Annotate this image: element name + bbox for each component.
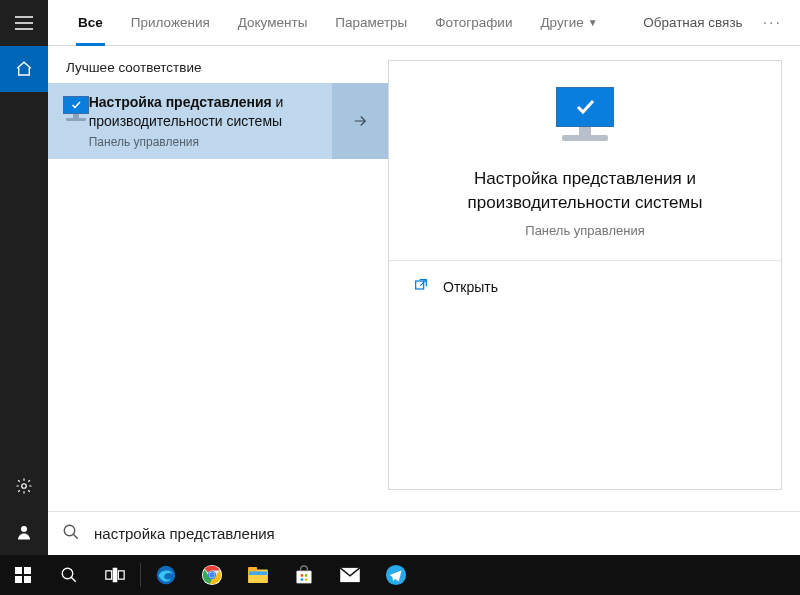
svg-point-8 [62, 568, 73, 579]
account-icon[interactable] [0, 509, 48, 555]
svg-rect-9 [106, 571, 112, 579]
chevron-down-icon: ▼ [588, 17, 598, 28]
taskbar-app-chrome[interactable] [189, 555, 235, 595]
taskbar-app-store[interactable] [281, 555, 327, 595]
svg-rect-18 [248, 567, 257, 572]
monitor-checkmark-icon [549, 87, 621, 147]
tab-more-label: Другие [540, 15, 583, 30]
svg-rect-23 [301, 578, 304, 581]
results-list: Лучшее соответствие Настройка представле… [48, 46, 388, 511]
search-icon [62, 523, 80, 545]
search-filter-tabs: Все Приложения Документы Параметры Фотог… [48, 0, 800, 46]
open-label: Открыть [443, 279, 498, 295]
settings-icon[interactable] [0, 463, 48, 509]
svg-rect-20 [297, 571, 312, 584]
tab-apps[interactable]: Приложения [119, 0, 222, 46]
home-button[interactable] [0, 46, 48, 92]
search-box[interactable]: настройка представления [48, 511, 800, 555]
svg-rect-6 [15, 576, 22, 583]
monitor-checkmark-icon [60, 96, 79, 124]
svg-rect-21 [301, 574, 304, 577]
task-view-button[interactable] [92, 555, 138, 595]
svg-point-1 [21, 526, 27, 532]
preview-card: Настройка представления и производительн… [388, 60, 782, 490]
more-options-button[interactable]: ··· [757, 14, 788, 32]
result-item[interactable]: Настройка представления и производительн… [48, 83, 332, 159]
svg-rect-7 [24, 576, 31, 583]
hamburger-button[interactable] [0, 0, 48, 46]
taskbar [0, 555, 800, 595]
preview-subtitle: Панель управления [525, 223, 644, 238]
section-best-match: Лучшее соответствие [48, 46, 388, 83]
open-action[interactable]: Открыть [389, 261, 781, 313]
svg-rect-19 [249, 571, 267, 575]
start-button[interactable] [0, 555, 46, 595]
tab-documents[interactable]: Документы [226, 0, 320, 46]
svg-rect-5 [24, 567, 31, 574]
svg-rect-22 [305, 574, 308, 577]
taskbar-search-button[interactable] [46, 555, 92, 595]
svg-point-0 [22, 484, 27, 489]
result-subtitle: Панель управления [89, 135, 318, 149]
search-query: настройка представления [94, 525, 786, 542]
svg-point-16 [209, 572, 215, 578]
svg-rect-24 [305, 578, 308, 581]
taskbar-app-telegram[interactable] [373, 555, 419, 595]
result-expand-button[interactable] [332, 83, 388, 159]
tab-photos[interactable]: Фотографии [423, 0, 524, 46]
tab-all[interactable]: Все [66, 0, 115, 46]
taskbar-app-explorer[interactable] [235, 555, 281, 595]
taskbar-app-mail[interactable] [327, 555, 373, 595]
open-icon [413, 277, 429, 297]
start-left-rail [0, 0, 48, 555]
svg-rect-10 [118, 571, 124, 579]
tab-settings[interactable]: Параметры [323, 0, 419, 46]
preview-title: Настройка представления и производительн… [389, 167, 781, 215]
taskbar-app-edge[interactable] [143, 555, 189, 595]
svg-rect-4 [15, 567, 22, 574]
result-title: Настройка представления и производительн… [89, 93, 318, 131]
svg-point-3 [64, 525, 75, 536]
svg-rect-2 [416, 281, 424, 289]
tab-more[interactable]: Другие ▼ [528, 0, 609, 46]
feedback-link[interactable]: Обратная связь [633, 15, 752, 30]
